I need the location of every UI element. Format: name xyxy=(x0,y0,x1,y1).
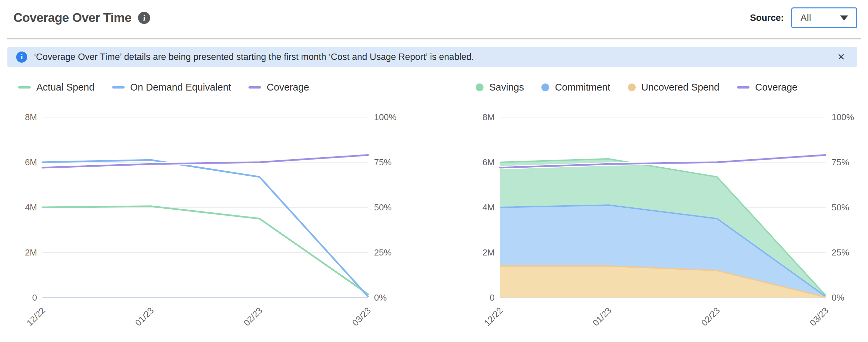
legend-line-marker xyxy=(737,86,749,89)
legend-line-marker xyxy=(18,86,31,89)
y-axis-left-labels: 8M6M4M2M0 xyxy=(483,112,495,303)
svg-text:02/23: 02/23 xyxy=(242,305,264,328)
legend-item-coverage[interactable]: Coverage xyxy=(737,82,798,93)
gridlines xyxy=(42,117,368,252)
source-dropdown-value: All xyxy=(800,12,811,24)
line-chart-legend: Actual Spend On Demand Equivalent Covera… xyxy=(18,81,397,94)
svg-text:03/23: 03/23 xyxy=(350,305,373,328)
svg-text:25%: 25% xyxy=(374,247,392,257)
legend-item-actual-spend[interactable]: Actual Spend xyxy=(18,82,95,93)
svg-text:01/23: 01/23 xyxy=(133,305,156,328)
legend-label: On Demand Equivalent xyxy=(130,82,231,93)
legend-label: Actual Spend xyxy=(36,82,95,93)
svg-text:01/23: 01/23 xyxy=(591,305,613,328)
coverage-area-chart: Savings Commitment Uncovered Spend Cover… xyxy=(471,81,855,336)
svg-text:12/22: 12/22 xyxy=(482,305,505,328)
legend-line-marker xyxy=(112,86,125,89)
y-axis-right-labels: 100%75%50%25%0% xyxy=(832,112,854,303)
svg-text:2M: 2M xyxy=(483,247,495,257)
info-icon[interactable]: i xyxy=(138,12,150,24)
line-chart-plot[interactable]: 8M6M4M2M0100%75%50%25%0%12/2201/2302/230… xyxy=(13,94,397,336)
svg-text:50%: 50% xyxy=(374,202,392,212)
legend-item-commitment[interactable]: Commitment xyxy=(541,82,610,93)
legend-label: Savings xyxy=(489,82,524,93)
coverage-line-chart: Actual Spend On Demand Equivalent Covera… xyxy=(13,81,397,336)
legend-circle-marker xyxy=(541,84,549,91)
svg-text:0: 0 xyxy=(32,292,37,303)
legend-label: Commitment xyxy=(555,82,610,93)
svg-text:75%: 75% xyxy=(374,157,392,167)
legend-circle-marker xyxy=(628,84,636,91)
svg-text:12/22: 12/22 xyxy=(25,305,47,328)
svg-text:0%: 0% xyxy=(832,292,844,303)
svg-text:0: 0 xyxy=(490,292,495,303)
legend-label: Coverage xyxy=(267,82,309,93)
svg-text:50%: 50% xyxy=(832,202,849,212)
page-title: Coverage Over Time xyxy=(13,11,131,25)
source-row: Source: All xyxy=(750,7,857,28)
banner-text: ‘Coverage Over Time’ details are being p… xyxy=(34,52,834,62)
y-axis-right-labels: 100%75%50%25%0% xyxy=(374,112,397,303)
legend-item-uncovered-spend[interactable]: Uncovered Spend xyxy=(628,82,719,93)
legend-circle-marker xyxy=(476,84,484,91)
x-axis-labels: 12/2201/2302/2303/23 xyxy=(25,305,373,328)
title-row: Coverage Over Time i xyxy=(13,11,150,25)
svg-text:4M: 4M xyxy=(483,202,495,212)
widget-header: Coverage Over Time i Source: All xyxy=(0,0,868,38)
chevron-down-icon xyxy=(840,15,848,21)
line-on-demand-equivalent[interactable] xyxy=(42,160,368,296)
close-icon[interactable]: ✕ xyxy=(834,50,848,64)
source-dropdown[interactable]: All xyxy=(791,7,857,28)
area-chart-plot[interactable]: 8M6M4M2M0100%75%50%25%0%12/2201/2302/230… xyxy=(471,94,855,336)
y-axis-left-labels: 8M6M4M2M0 xyxy=(25,112,37,303)
svg-text:8M: 8M xyxy=(483,112,495,122)
svg-text:8M: 8M xyxy=(25,112,37,122)
line-actual-spend[interactable] xyxy=(42,206,368,294)
svg-text:02/23: 02/23 xyxy=(699,305,722,328)
source-label: Source: xyxy=(750,13,784,23)
svg-text:75%: 75% xyxy=(832,157,849,167)
legend-label: Uncovered Spend xyxy=(642,82,719,93)
svg-text:6M: 6M xyxy=(483,157,495,167)
header-divider xyxy=(7,38,861,39)
svg-text:6M: 6M xyxy=(25,157,37,167)
svg-text:4M: 4M xyxy=(25,202,37,212)
legend-item-coverage[interactable]: Coverage xyxy=(248,82,309,93)
svg-text:2M: 2M xyxy=(25,247,37,257)
svg-text:100%: 100% xyxy=(832,112,854,122)
legend-line-marker xyxy=(248,86,261,89)
banner-info-icon: i xyxy=(16,52,27,63)
svg-text:100%: 100% xyxy=(374,112,397,122)
legend-item-savings[interactable]: Savings xyxy=(476,82,524,93)
legend-label: Coverage xyxy=(755,82,798,93)
info-banner: i ‘Coverage Over Time’ details are being… xyxy=(7,47,857,67)
area-chart-legend: Savings Commitment Uncovered Spend Cover… xyxy=(476,81,855,94)
charts-row: Actual Spend On Demand Equivalent Covera… xyxy=(0,81,868,336)
svg-text:25%: 25% xyxy=(832,247,849,257)
legend-item-on-demand-equivalent[interactable]: On Demand Equivalent xyxy=(112,82,231,93)
svg-text:03/23: 03/23 xyxy=(808,305,830,328)
x-axis-labels: 12/2201/2302/2303/23 xyxy=(482,305,830,328)
svg-text:0%: 0% xyxy=(374,292,387,303)
